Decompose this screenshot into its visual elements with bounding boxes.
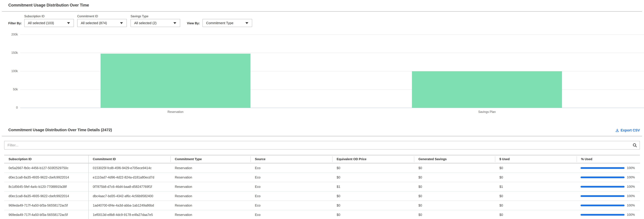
- percent-used-label: 100%: [627, 203, 635, 207]
- percent-used-label: 100%: [627, 175, 635, 179]
- y-axis-tick-label: 200k: [2, 33, 18, 36]
- search-icon[interactable]: [632, 143, 637, 148]
- cell-commitment-type: Reservation: [170, 203, 250, 207]
- chevron-down-icon: [67, 22, 70, 24]
- cell-generated-savings: $0: [414, 175, 495, 179]
- y-axis-tick-label: 50k: [2, 88, 18, 91]
- cell-subscription-id: d0ec1ca8-8a35-4935-9622-cbefc9922014: [4, 194, 88, 198]
- cell-commitment-type: Reservation: [170, 175, 250, 179]
- x-axis-category-label: Savings Plan: [461, 110, 513, 114]
- bar-reservation[interactable]: [100, 54, 250, 108]
- percent-used-label: 100%: [627, 213, 635, 216]
- export-csv-label: Export CSV: [620, 128, 640, 132]
- cell-source: Eco: [250, 166, 332, 170]
- column-header-equivalent-od-price[interactable]: Equivalent OD Price: [332, 155, 414, 163]
- download-icon: [615, 128, 619, 132]
- cell-subscription-id: 969eda49-717f-4a50-bf3a-56558172ac5f: [4, 203, 88, 207]
- column-header-dollar-used[interactable]: $ Used: [495, 155, 577, 163]
- cell-commitment-type: Reservation: [170, 166, 250, 170]
- gridline-200k: [20, 35, 644, 35]
- cell-source: Eco: [250, 203, 332, 207]
- cell-generated-savings: $0: [414, 213, 495, 217]
- percent-used-label: 100%: [627, 166, 635, 170]
- percent-used-label: 100%: [627, 185, 635, 188]
- commitment-id-dropdown-value: All selected (874): [81, 21, 107, 25]
- cell-equivalent-od-price: $0: [332, 213, 414, 217]
- cell-dollar-used: $0: [495, 213, 577, 217]
- cell-commitment-type: Reservation: [170, 194, 250, 198]
- cell-commitment-id: 1ef0013d-e8b8-4dc9-9178-e4fa27daa7e5: [88, 213, 170, 217]
- cell-commitment-id: e1110ad7-4d96-4d22-824a-d181a80ecd7d: [88, 175, 170, 179]
- y-axis-tick-label: 100k: [2, 69, 18, 73]
- commitment-id-filter-label: Commitment ID: [77, 15, 98, 18]
- cell-source: Eco: [250, 213, 332, 217]
- percent-used-label: 100%: [627, 194, 635, 198]
- cell-equivalent-od-price: $0: [332, 203, 414, 207]
- cell-dollar-used: $0: [495, 175, 577, 179]
- cell-equivalent-od-price: $0: [332, 175, 414, 179]
- cell-percent-used: 100%: [577, 185, 640, 188]
- section-divider: [2, 136, 642, 136]
- cell-dollar-used: $0: [495, 166, 577, 170]
- y-axis-tick-label: 0: [2, 106, 18, 109]
- page-title: Commitment Usage Distribution Over Time: [8, 3, 89, 8]
- cell-subscription-id: 969eda49-717f-4a50-bf3a-56558172ac5f: [4, 213, 88, 217]
- column-header-source[interactable]: Source: [250, 155, 332, 163]
- cell-source: Eco: [250, 185, 332, 189]
- savings-type-dropdown-value: All selected (2): [134, 21, 156, 25]
- details-section-title: Commitment Usage Distribution Over Time …: [8, 128, 112, 132]
- filter-by-label: Filter By:: [8, 22, 22, 25]
- savings-type-filter-label: Savings Type: [130, 15, 148, 18]
- cell-source: Eco: [250, 175, 332, 179]
- cell-subscription-id: 8c1d5645-5fef-4a4c-b120-7708891fa38f: [4, 185, 88, 189]
- export-csv-button[interactable]: Export CSV: [615, 128, 640, 132]
- cell-subscription-id: d0ec1ca8-8a35-4935-9622-cbefc9922014: [4, 175, 88, 179]
- percent-used-progress-bar: [580, 176, 624, 178]
- cell-commitment-type: Reservation: [170, 185, 250, 189]
- commitment-id-dropdown[interactable]: All selected (874): [77, 19, 127, 27]
- subscription-id-dropdown-value: All selected (103): [28, 21, 54, 25]
- cell-generated-savings: $0: [414, 194, 495, 198]
- cell-commitment-id: 0153025f-fcd8-45f6-9429-e705ece9414c: [88, 166, 170, 170]
- cell-dollar-used: $0: [495, 194, 577, 198]
- column-header-commitment-type[interactable]: Commitment Type: [170, 155, 250, 163]
- chevron-down-icon: [120, 22, 123, 24]
- cell-generated-savings: $0: [414, 185, 495, 189]
- column-header-percent-used[interactable]: % Used: [577, 155, 640, 163]
- chevron-down-icon: [246, 22, 248, 24]
- chevron-down-icon: [174, 22, 176, 24]
- view-by-label: View By:: [187, 22, 200, 25]
- percent-used-progress-bar: [580, 214, 624, 216]
- table-filter-input[interactable]: [4, 141, 640, 149]
- savings-type-dropdown[interactable]: All selected (2): [130, 19, 180, 27]
- details-table: Subscription ID Commitment ID Commitment…: [4, 155, 640, 219]
- table-row: 969eda49-717f-4a50-bf3a-56558172ac5f 1ef…: [4, 210, 640, 219]
- bar-savings-plan[interactable]: [412, 71, 562, 108]
- cell-percent-used: 100%: [577, 175, 640, 179]
- column-header-generated-savings[interactable]: Generated Savings: [414, 155, 495, 163]
- cell-commitment-id: 1ad40700-6f4e-4a3d-abba-1ab1249a86bd: [88, 203, 170, 207]
- table-row: d0ec1ca8-8a35-4935-9622-cbefc9922014 e11…: [4, 173, 640, 182]
- cell-percent-used: 100%: [577, 213, 640, 216]
- subscription-id-dropdown[interactable]: All selected (103): [24, 19, 74, 27]
- cell-commitment-id: 0f7875b8-d7c6-46d4-baa8-d58247769f1f: [88, 185, 170, 189]
- column-header-subscription-id[interactable]: Subscription ID: [4, 155, 88, 163]
- cell-generated-savings: $0: [414, 166, 495, 170]
- view-by-dropdown[interactable]: Commitment Type: [202, 19, 252, 27]
- y-axis-tick-label: 150k: [2, 51, 18, 55]
- cell-commitment-type: Reservation: [170, 213, 250, 217]
- column-divider-line: [88, 155, 89, 219]
- section-divider: [2, 11, 642, 12]
- cell-equivalent-od-price: $0: [332, 166, 414, 170]
- percent-used-progress-bar: [580, 195, 624, 197]
- table-row: 969eda49-717f-4a50-bf3a-56558172ac5f 1ad…: [4, 201, 640, 210]
- cell-dollar-used: $1: [495, 185, 577, 189]
- table-row: d0ec1ca8-8a35-4935-9622-cbefc9922014 dbc…: [4, 191, 640, 201]
- column-header-commitment-id[interactable]: Commitment ID: [88, 155, 170, 163]
- subscription-id-filter-label: Subscription ID: [24, 15, 44, 18]
- table-row: 0e5a2667-fb0c-4456-b127-503f2529750c 015…: [4, 163, 640, 173]
- cell-percent-used: 100%: [577, 166, 640, 170]
- percent-used-progress-bar: [580, 167, 624, 169]
- x-axis-category-label: Reservation: [150, 110, 202, 114]
- cell-percent-used: 100%: [577, 194, 640, 198]
